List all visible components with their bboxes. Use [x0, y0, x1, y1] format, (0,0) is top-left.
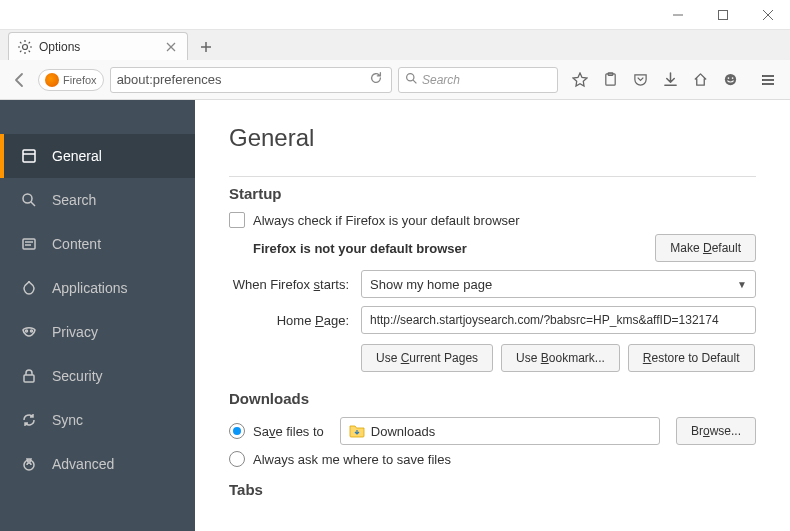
- startup-heading: Startup: [229, 185, 756, 202]
- back-button[interactable]: [6, 66, 34, 94]
- sidebar-item-privacy[interactable]: Privacy: [0, 310, 195, 354]
- preferences-main: General Startup Always check if Firefox …: [195, 100, 790, 531]
- pocket-icon[interactable]: [626, 66, 654, 94]
- use-bookmark-button[interactable]: Use Bookmark...: [501, 344, 620, 372]
- minimize-button[interactable]: [655, 0, 700, 30]
- tabs-heading: Tabs: [229, 481, 756, 498]
- maximize-button[interactable]: [700, 0, 745, 30]
- svg-point-9: [407, 73, 414, 80]
- default-browser-checkbox[interactable]: [229, 212, 245, 228]
- tab-title: Options: [39, 40, 157, 54]
- sidebar-item-general[interactable]: General: [0, 134, 195, 178]
- close-button[interactable]: [745, 0, 790, 30]
- svg-rect-28: [24, 375, 34, 382]
- lock-icon: [20, 368, 38, 384]
- tab-close-icon[interactable]: [163, 39, 179, 55]
- sidebar-item-advanced[interactable]: Advanced: [0, 442, 195, 486]
- sidebar-item-security[interactable]: Security: [0, 354, 195, 398]
- when-starts-label: When Firefox starts:: [229, 277, 361, 292]
- sidebar-item-label: Security: [52, 368, 103, 384]
- save-files-to-label: Save files to: [253, 424, 324, 439]
- applications-icon: [20, 280, 38, 296]
- navigation-toolbar: Firefox: [0, 60, 790, 100]
- when-starts-select[interactable]: Show my home page ▼: [361, 270, 756, 298]
- save-files-to-radio[interactable]: [229, 423, 245, 439]
- reload-icon[interactable]: [367, 71, 385, 88]
- search-icon: [20, 192, 38, 208]
- gear-icon: [17, 39, 33, 55]
- svg-line-10: [413, 80, 416, 83]
- default-browser-check-label: Always check if Firefox is your default …: [253, 213, 520, 228]
- svg-point-14: [727, 77, 729, 79]
- home-page-label: Home Page:: [229, 313, 361, 328]
- window-titlebar: [0, 0, 790, 30]
- search-input[interactable]: [422, 73, 573, 87]
- default-browser-status: Firefox is not your default browser: [253, 241, 467, 256]
- browse-button[interactable]: Browse...: [676, 417, 756, 445]
- svg-point-15: [731, 77, 733, 79]
- when-starts-value: Show my home page: [370, 277, 492, 292]
- identity-label: Firefox: [63, 74, 97, 86]
- new-tab-button[interactable]: [192, 34, 220, 60]
- restore-default-button[interactable]: Restore to Default: [628, 344, 755, 372]
- tab-options[interactable]: Options: [8, 32, 188, 60]
- svg-point-27: [31, 330, 33, 332]
- firefox-logo-icon: [45, 73, 59, 87]
- svg-rect-23: [23, 239, 35, 249]
- identity-box[interactable]: Firefox: [38, 69, 104, 91]
- bookmark-star-icon[interactable]: [566, 66, 594, 94]
- svg-rect-1: [718, 10, 727, 19]
- sidebar-item-search[interactable]: Search: [0, 178, 195, 222]
- sidebar-item-sync[interactable]: Sync: [0, 398, 195, 442]
- sidebar-item-label: Privacy: [52, 324, 98, 340]
- sidebar-item-label: General: [52, 148, 102, 164]
- preferences-sidebar: General Search Content Applications Priv…: [0, 100, 195, 531]
- url-bar[interactable]: [110, 67, 392, 93]
- downloads-path-field[interactable]: Downloads: [340, 417, 660, 445]
- url-input[interactable]: [117, 72, 367, 87]
- folder-icon: [349, 424, 365, 438]
- home-page-field[interactable]: [361, 306, 756, 334]
- always-ask-label: Always ask me where to save files: [253, 452, 451, 467]
- downloads-icon[interactable]: [656, 66, 684, 94]
- always-ask-radio[interactable]: [229, 451, 245, 467]
- advanced-icon: [20, 456, 38, 472]
- downloads-heading: Downloads: [229, 390, 756, 407]
- svg-rect-19: [23, 150, 35, 162]
- svg-point-4: [23, 44, 28, 49]
- clipboard-icon[interactable]: [596, 66, 624, 94]
- smiley-icon[interactable]: [716, 66, 744, 94]
- tab-strip: Options: [0, 30, 790, 60]
- menu-button[interactable]: [752, 66, 784, 94]
- sidebar-item-label: Advanced: [52, 456, 114, 472]
- home-page-input[interactable]: [370, 313, 747, 327]
- svg-point-13: [724, 74, 735, 85]
- content-icon: [20, 236, 38, 252]
- page-title: General: [229, 124, 756, 152]
- sidebar-item-label: Sync: [52, 412, 83, 428]
- use-current-pages-button[interactable]: Use Current Pages: [361, 344, 493, 372]
- general-icon: [20, 148, 38, 164]
- search-icon: [405, 72, 418, 88]
- make-default-button[interactable]: Make Default: [655, 234, 756, 262]
- sidebar-item-label: Search: [52, 192, 96, 208]
- sync-icon: [20, 412, 38, 428]
- privacy-icon: [20, 324, 38, 340]
- chevron-down-icon: ▼: [737, 279, 747, 290]
- svg-point-21: [23, 194, 32, 203]
- home-icon[interactable]: [686, 66, 714, 94]
- sidebar-item-label: Applications: [52, 280, 128, 296]
- search-bar[interactable]: [398, 67, 558, 93]
- svg-line-22: [31, 202, 35, 206]
- sidebar-item-applications[interactable]: Applications: [0, 266, 195, 310]
- sidebar-item-content[interactable]: Content: [0, 222, 195, 266]
- downloads-path-value: Downloads: [371, 424, 435, 439]
- sidebar-item-label: Content: [52, 236, 101, 252]
- svg-point-26: [26, 330, 28, 332]
